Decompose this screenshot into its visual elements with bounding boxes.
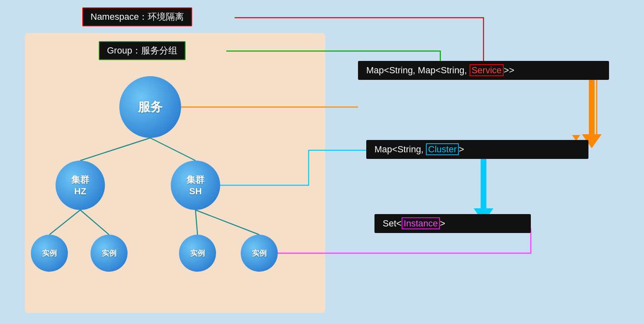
map-service-box: Map<String, Map<String, Service>> (358, 61, 609, 80)
cluster-label: Cluster (426, 143, 459, 155)
cluster-sh-circle: 集群 SH (171, 161, 220, 210)
map-cluster-box: Map<String, Cluster> (366, 140, 588, 159)
cluster-hz-circle: 集群 HZ (56, 161, 105, 210)
main-container: Namespace：环境隔离 Group：服务分组 服务 集群 HZ 集群 SH… (0, 0, 644, 324)
box3-prefix: Set< (383, 218, 402, 228)
instance-1-circle: 实例 (31, 235, 68, 272)
box2-suffix: > (459, 144, 464, 154)
group-box: Group：服务分组 (99, 41, 186, 60)
instance-label: Instance (402, 217, 440, 229)
box1-prefix: Map<String, Map<String, (366, 65, 470, 75)
service-circle: 服务 (119, 76, 181, 138)
instance-4-circle: 实例 (241, 235, 278, 272)
box2-prefix: Map<String, (374, 144, 426, 154)
box1-suffix: >> (504, 65, 514, 75)
namespace-box: Namespace：环境隔离 (82, 7, 192, 26)
box3-suffix: > (440, 218, 445, 228)
instance-2-circle: 实例 (91, 235, 128, 272)
set-instance-box: Set<Instance> (374, 214, 531, 233)
instance-3-circle: 实例 (179, 235, 216, 272)
service-label: Service (470, 64, 504, 76)
namespace-label: Namespace：环境隔离 (91, 12, 184, 22)
group-label: Group：服务分组 (107, 45, 177, 56)
